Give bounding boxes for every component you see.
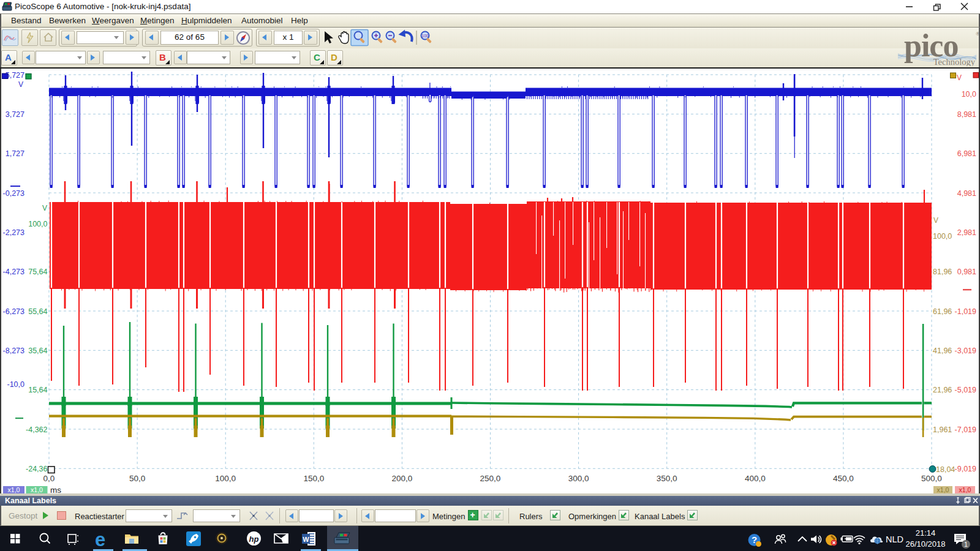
svg-text:W: W: [303, 536, 309, 543]
svg-text:hp: hp: [249, 534, 259, 544]
svg-text:e: e: [95, 529, 105, 550]
svg-text:1: 1: [964, 541, 968, 548]
